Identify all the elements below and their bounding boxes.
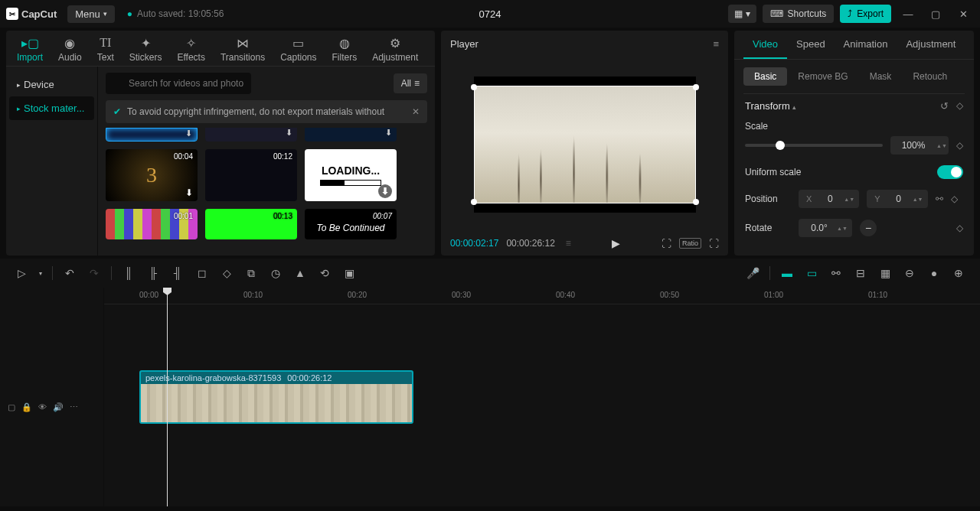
- scale-stepper[interactable]: ▲▼: [936, 143, 949, 148]
- scale-input[interactable]: [890, 136, 936, 155]
- link-icon[interactable]: ⚯: [825, 262, 847, 284]
- track-audio-icon[interactable]: 🔊: [53, 402, 64, 412]
- keyframe-icon[interactable]: ◇: [951, 194, 958, 204]
- uniform-scale-toggle[interactable]: [937, 165, 963, 179]
- download-icon[interactable]: ⬇: [378, 184, 392, 198]
- playhead[interactable]: [167, 288, 168, 506]
- rotate-input[interactable]: [802, 219, 837, 237]
- player-canvas[interactable]: [441, 57, 728, 231]
- rotate-tool[interactable]: ⟲: [314, 262, 335, 284]
- video-preview[interactable]: [474, 86, 696, 203]
- prop-tab-animation[interactable]: Animation: [835, 31, 897, 59]
- mic-icon[interactable]: 🎤: [742, 262, 763, 284]
- position-y-input[interactable]: [885, 190, 913, 208]
- sidebar-stock[interactable]: ▸Stock mater...: [9, 96, 94, 120]
- resize-handle[interactable]: [471, 84, 477, 90]
- media-thumb[interactable]: 00:13: [205, 209, 297, 239]
- minimize-button[interactable]: —: [897, 3, 919, 24]
- magnet-main-icon[interactable]: ▬: [776, 262, 798, 284]
- select-dropdown[interactable]: ▾: [35, 262, 46, 284]
- tab-adjustment[interactable]: ⚙Adjustment: [364, 31, 426, 66]
- media-thumb[interactable]: [106, 128, 198, 142]
- media-thumb[interactable]: [305, 128, 397, 142]
- prop-tab-video[interactable]: Video: [743, 31, 787, 59]
- play-button[interactable]: ▶: [612, 237, 620, 249]
- marker-tool[interactable]: ◇: [216, 262, 237, 284]
- thumbnail-icon[interactable]: ▦: [874, 262, 896, 284]
- zoom-slider-icon[interactable]: ●: [923, 262, 945, 284]
- speed-tool[interactable]: ◷: [265, 262, 286, 284]
- y-stepper[interactable]: ▲▼: [913, 197, 925, 202]
- rotate-dial[interactable]: −: [860, 220, 877, 236]
- split-tool[interactable]: ║: [118, 262, 139, 284]
- track-lock-icon[interactable]: 🔒: [21, 402, 32, 412]
- link-icon[interactable]: ⚯: [936, 194, 943, 204]
- ratio-button[interactable]: Ratio: [679, 238, 701, 249]
- tab-effects[interactable]: ✧Effects: [169, 31, 212, 66]
- tab-captions[interactable]: ▭Captions: [273, 31, 324, 66]
- sidebar-device[interactable]: ▸Device: [9, 73, 94, 96]
- media-thumb[interactable]: LOADING...⬇: [305, 149, 397, 201]
- track-eye-icon[interactable]: 👁: [38, 402, 47, 412]
- tab-audio[interactable]: ◉Audio: [51, 31, 90, 66]
- redo-button[interactable]: ↷: [83, 262, 105, 284]
- close-button[interactable]: ✕: [952, 3, 974, 24]
- prop-tab-speed[interactable]: Speed: [787, 31, 835, 59]
- shortcuts-button[interactable]: ⌨Shortcuts: [763, 5, 835, 23]
- resize-handle[interactable]: [471, 199, 477, 205]
- zoom-in-icon[interactable]: ⊕: [948, 262, 969, 284]
- maximize-button[interactable]: ▢: [925, 3, 946, 24]
- x-stepper[interactable]: ▲▼: [844, 197, 856, 202]
- tab-transitions[interactable]: ⋈Transitions: [213, 31, 273, 66]
- fullscreen-icon[interactable]: ⛶: [709, 238, 719, 249]
- timeline-tracks[interactable]: 00:00 00:10 00:20 00:30 00:40 00:50 01:0…: [104, 288, 980, 506]
- media-thumb[interactable]: 00:01: [106, 209, 198, 239]
- scale-slider[interactable]: [745, 144, 883, 147]
- resize-handle[interactable]: [693, 199, 699, 205]
- list-icon[interactable]: ≡: [566, 238, 571, 249]
- reset-icon[interactable]: ↺: [940, 100, 949, 112]
- trim-left-tool[interactable]: ╟: [142, 262, 164, 284]
- media-thumb[interactable]: [205, 128, 297, 142]
- crop-tool[interactable]: ◻: [191, 262, 213, 284]
- position-x-input[interactable]: [816, 190, 844, 208]
- subtab-basic[interactable]: Basic: [743, 67, 787, 86]
- rotate-stepper[interactable]: ▲▼: [837, 226, 849, 231]
- resize-handle[interactable]: [693, 84, 699, 90]
- tab-filters[interactable]: ◍Filters: [325, 31, 365, 66]
- layout-button[interactable]: ▦ ▾: [728, 5, 756, 23]
- export-button[interactable]: ⤴Export: [840, 5, 891, 23]
- tab-stickers[interactable]: ✦Stickers: [122, 31, 170, 66]
- player-menu-icon[interactable]: ≡: [713, 38, 719, 50]
- filter-all-button[interactable]: All≡: [394, 73, 427, 93]
- search-input[interactable]: [106, 73, 251, 94]
- magnet-track-icon[interactable]: ▭: [801, 262, 822, 284]
- zoom-out-icon[interactable]: ⊖: [899, 262, 920, 284]
- subtab-removebg[interactable]: Remove BG: [787, 67, 858, 86]
- prop-tab-adjustment[interactable]: Adjustment: [897, 31, 965, 59]
- track-more-icon[interactable]: ⋯: [70, 402, 78, 412]
- close-warning[interactable]: ✕: [412, 106, 420, 117]
- keyframe-icon[interactable]: ◇: [956, 223, 963, 233]
- media-thumb[interactable]: 00:12: [205, 149, 297, 201]
- media-thumb[interactable]: 00:07To Be Continued: [305, 209, 397, 239]
- keyframe-icon[interactable]: ◇: [956, 140, 963, 151]
- scan-icon[interactable]: ⛶: [662, 238, 671, 249]
- tab-import[interactable]: ▸▢Import: [9, 31, 51, 66]
- track-visible-icon[interactable]: ▢: [8, 402, 15, 412]
- preview-icon[interactable]: ⊟: [850, 262, 871, 284]
- select-tool[interactable]: ▷: [11, 262, 32, 284]
- keyframe-icon[interactable]: ◇: [956, 100, 963, 112]
- tab-text[interactable]: TIText: [90, 31, 122, 66]
- trim-right-tool[interactable]: ╢: [167, 262, 188, 284]
- reframe-tool[interactable]: ▣: [338, 262, 360, 284]
- subtab-retouch[interactable]: Retouch: [902, 67, 958, 86]
- media-thumb[interactable]: 00:04⬇3: [106, 149, 198, 201]
- mirror-tool[interactable]: ▲: [289, 262, 311, 284]
- menu-button[interactable]: Menu▾: [67, 5, 115, 23]
- copy-tool[interactable]: ⧉: [240, 262, 262, 284]
- undo-button[interactable]: ↶: [59, 262, 80, 284]
- timeline-clip[interactable]: pexels-karolina-grabowska-837159300:00:2…: [139, 370, 413, 424]
- timeline-ruler[interactable]: 00:00 00:10 00:20 00:30 00:40 00:50 01:0…: [104, 288, 980, 304]
- subtab-mask[interactable]: Mask: [859, 67, 903, 86]
